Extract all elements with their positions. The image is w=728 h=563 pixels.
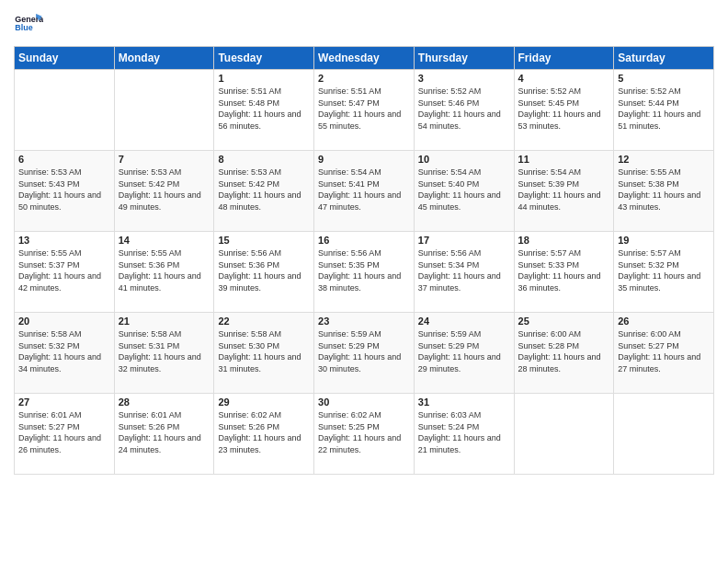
sunset-info: Sunset: 5:30 PM xyxy=(218,341,279,350)
calendar-cell: 26Sunrise: 6:00 AMSunset: 5:27 PMDayligh… xyxy=(614,313,714,394)
day-number: 5 xyxy=(618,73,710,84)
day-info: Sunrise: 5:59 AMSunset: 5:29 PMDaylight:… xyxy=(418,328,510,374)
week-row-1: 1Sunrise: 5:51 AMSunset: 5:48 PMDaylight… xyxy=(15,70,714,151)
calendar-cell: 30Sunrise: 6:02 AMSunset: 5:25 PMDayligh… xyxy=(314,394,415,475)
daylight-info: Daylight: 11 hours and 34 minutes. xyxy=(18,352,101,373)
sunrise-info: Sunrise: 5:56 AM xyxy=(318,248,381,258)
day-number: 23 xyxy=(318,316,410,327)
sunrise-info: Sunrise: 5:56 AM xyxy=(418,248,482,258)
svg-text:Blue: Blue xyxy=(15,23,32,32)
sunset-info: Sunset: 5:42 PM xyxy=(218,179,279,189)
sunrise-info: Sunrise: 6:01 AM xyxy=(119,410,182,419)
day-number: 21 xyxy=(119,316,210,327)
sunrise-info: Sunrise: 6:02 AM xyxy=(218,410,281,419)
daylight-info: Daylight: 11 hours and 38 minutes. xyxy=(318,271,401,293)
sunset-info: Sunset: 5:28 PM xyxy=(518,341,580,350)
calendar-cell: 4Sunrise: 5:52 AMSunset: 5:45 PMDaylight… xyxy=(514,70,614,151)
day-info: Sunrise: 5:55 AMSunset: 5:36 PMDaylight:… xyxy=(119,247,210,293)
calendar-cell: 24Sunrise: 5:59 AMSunset: 5:29 PMDayligh… xyxy=(414,313,514,394)
calendar-cell: 14Sunrise: 5:55 AMSunset: 5:36 PMDayligh… xyxy=(114,232,214,313)
sunrise-info: Sunrise: 5:53 AM xyxy=(119,167,182,177)
sunset-info: Sunset: 5:37 PM xyxy=(18,260,80,270)
daylight-info: Daylight: 11 hours and 45 minutes. xyxy=(418,190,501,212)
day-info: Sunrise: 5:52 AMSunset: 5:44 PMDaylight:… xyxy=(618,86,710,132)
header-cell-monday: Monday xyxy=(114,47,214,70)
daylight-info: Daylight: 11 hours and 44 minutes. xyxy=(518,190,601,212)
day-info: Sunrise: 6:00 AMSunset: 5:27 PMDaylight:… xyxy=(618,328,710,374)
day-number: 9 xyxy=(318,154,410,165)
daylight-info: Daylight: 11 hours and 21 minutes. xyxy=(418,433,501,454)
daylight-info: Daylight: 11 hours and 31 minutes. xyxy=(218,352,301,373)
calendar-cell: 18Sunrise: 5:57 AMSunset: 5:33 PMDayligh… xyxy=(514,232,614,313)
logo-icon: General Blue xyxy=(14,9,43,39)
calendar-cell: 22Sunrise: 5:58 AMSunset: 5:30 PMDayligh… xyxy=(214,313,314,394)
daylight-info: Daylight: 11 hours and 51 minutes. xyxy=(618,109,700,131)
sunset-info: Sunset: 5:34 PM xyxy=(418,260,480,270)
header-cell-friday: Friday xyxy=(514,47,614,70)
sunset-info: Sunset: 5:27 PM xyxy=(618,341,679,350)
day-number: 6 xyxy=(18,154,110,165)
day-number: 28 xyxy=(119,396,210,408)
daylight-info: Daylight: 11 hours and 41 minutes. xyxy=(119,271,201,293)
sunrise-info: Sunrise: 5:58 AM xyxy=(119,329,182,339)
logo: General Blue xyxy=(14,9,43,39)
day-info: Sunrise: 5:58 AMSunset: 5:32 PMDaylight:… xyxy=(18,328,110,374)
day-info: Sunrise: 5:59 AMSunset: 5:29 PMDaylight:… xyxy=(318,328,410,374)
calendar-table: SundayMondayTuesdayWednesdayThursdayFrid… xyxy=(14,46,714,475)
day-info: Sunrise: 5:54 AMSunset: 5:41 PMDaylight:… xyxy=(318,167,410,213)
sunset-info: Sunset: 5:44 PM xyxy=(618,98,679,108)
sunrise-info: Sunrise: 5:52 AM xyxy=(518,86,582,96)
sunrise-info: Sunrise: 5:59 AM xyxy=(318,329,381,339)
sunset-info: Sunset: 5:27 PM xyxy=(18,422,80,431)
sunrise-info: Sunrise: 5:58 AM xyxy=(218,329,281,339)
sunrise-info: Sunrise: 6:00 AM xyxy=(618,329,681,339)
calendar-cell: 29Sunrise: 6:02 AMSunset: 5:26 PMDayligh… xyxy=(214,394,314,475)
calendar-cell: 27Sunrise: 6:01 AMSunset: 5:27 PMDayligh… xyxy=(15,394,115,475)
header-cell-saturday: Saturday xyxy=(614,47,714,70)
header-cell-sunday: Sunday xyxy=(15,47,115,70)
day-info: Sunrise: 6:01 AMSunset: 5:27 PMDaylight:… xyxy=(18,409,110,455)
calendar-cell: 31Sunrise: 6:03 AMSunset: 5:24 PMDayligh… xyxy=(414,394,514,475)
calendar-cell xyxy=(614,394,714,475)
calendar-cell: 9Sunrise: 5:54 AMSunset: 5:41 PMDaylight… xyxy=(314,151,415,232)
sunset-info: Sunset: 5:47 PM xyxy=(318,98,380,108)
day-number: 19 xyxy=(618,235,710,246)
day-number: 27 xyxy=(18,396,110,408)
calendar-cell: 17Sunrise: 5:56 AMSunset: 5:34 PMDayligh… xyxy=(414,232,514,313)
calendar-cell xyxy=(15,70,115,151)
sunrise-info: Sunrise: 6:01 AM xyxy=(18,410,82,419)
sunset-info: Sunset: 5:38 PM xyxy=(618,179,679,189)
daylight-info: Daylight: 11 hours and 48 minutes. xyxy=(218,190,301,212)
sunset-info: Sunset: 5:36 PM xyxy=(119,260,180,270)
day-number: 22 xyxy=(218,316,310,327)
daylight-info: Daylight: 11 hours and 22 minutes. xyxy=(318,433,401,454)
sunrise-info: Sunrise: 6:02 AM xyxy=(318,410,381,419)
daylight-info: Daylight: 11 hours and 37 minutes. xyxy=(418,271,501,293)
sunset-info: Sunset: 5:39 PM xyxy=(518,179,580,189)
day-number: 24 xyxy=(418,316,510,327)
day-number: 25 xyxy=(518,316,610,327)
day-number: 7 xyxy=(119,154,210,165)
sunrise-info: Sunrise: 5:52 AM xyxy=(418,86,482,96)
day-info: Sunrise: 5:53 AMSunset: 5:42 PMDaylight:… xyxy=(218,167,310,213)
calendar-cell: 19Sunrise: 5:57 AMSunset: 5:32 PMDayligh… xyxy=(614,232,714,313)
sunrise-info: Sunrise: 5:53 AM xyxy=(218,167,281,177)
daylight-info: Daylight: 11 hours and 53 minutes. xyxy=(518,109,601,131)
daylight-info: Daylight: 11 hours and 50 minutes. xyxy=(18,190,101,212)
sunrise-info: Sunrise: 5:56 AM xyxy=(218,248,281,258)
day-info: Sunrise: 6:02 AMSunset: 5:25 PMDaylight:… xyxy=(318,409,410,455)
week-row-4: 20Sunrise: 5:58 AMSunset: 5:32 PMDayligh… xyxy=(15,313,714,394)
sunrise-info: Sunrise: 5:54 AM xyxy=(418,167,482,177)
sunrise-info: Sunrise: 5:57 AM xyxy=(618,248,681,258)
sunrise-info: Sunrise: 5:57 AM xyxy=(518,248,582,258)
sunrise-info: Sunrise: 5:54 AM xyxy=(318,167,381,177)
daylight-info: Daylight: 11 hours and 23 minutes. xyxy=(218,433,301,454)
week-row-2: 6Sunrise: 5:53 AMSunset: 5:43 PMDaylight… xyxy=(15,151,714,232)
daylight-info: Daylight: 11 hours and 30 minutes. xyxy=(318,352,401,373)
calendar-cell: 25Sunrise: 6:00 AMSunset: 5:28 PMDayligh… xyxy=(514,313,614,394)
sunrise-info: Sunrise: 5:53 AM xyxy=(18,167,82,177)
daylight-info: Daylight: 11 hours and 26 minutes. xyxy=(18,433,101,454)
calendar-cell: 11Sunrise: 5:54 AMSunset: 5:39 PMDayligh… xyxy=(514,151,614,232)
sunrise-info: Sunrise: 5:51 AM xyxy=(318,86,381,96)
daylight-info: Daylight: 11 hours and 43 minutes. xyxy=(618,190,700,212)
